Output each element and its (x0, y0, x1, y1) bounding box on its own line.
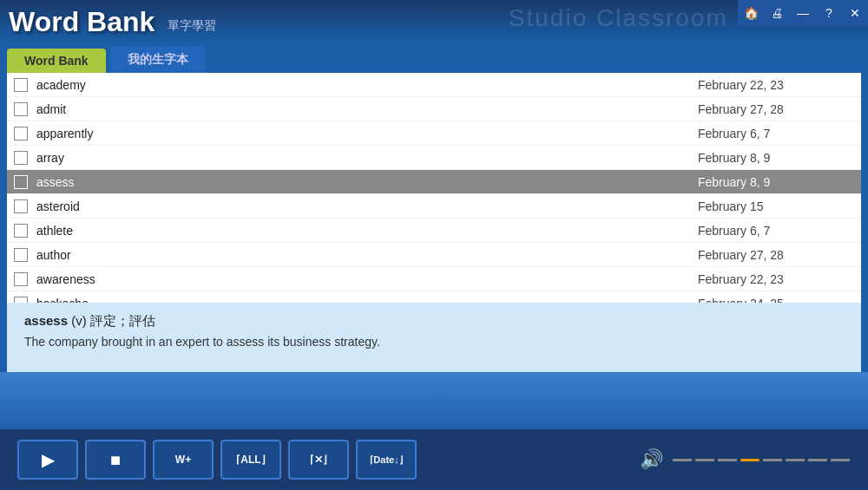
close-button[interactable]: ✕ (842, 0, 868, 26)
word-name: apparently (36, 127, 698, 140)
tab-bar: Word Bank 我的生字本 (0, 43, 868, 73)
definition-word: assess (24, 313, 68, 328)
word-name: awareness (36, 272, 698, 286)
definition-pos: (v) 評定；評估 (71, 313, 155, 328)
word-checkbox[interactable] (14, 102, 28, 116)
word-date: February 6, 7 (698, 224, 854, 238)
word-name: assess (36, 175, 698, 189)
play-button[interactable]: ▶ (17, 440, 78, 480)
word-checkbox[interactable] (14, 78, 28, 92)
word-row[interactable]: academyFebruary 22, 23 (7, 73, 861, 97)
word-row[interactable]: athleteFebruary 6, 7 (7, 219, 861, 243)
word-checkbox[interactable] (14, 127, 28, 140)
top-bar: Word Bank 單字學習 Studio Classroom Studio 🏠… (0, 0, 868, 43)
word-checkbox[interactable] (14, 248, 28, 262)
word-name: backache (36, 297, 698, 304)
word-list-container: academyFebruary 22, 23admitFebruary 27, … (7, 73, 861, 303)
shuffle-label: ⌈✕⌋ (310, 454, 327, 466)
word-date: February 27, 28 (698, 102, 854, 116)
shuffle-button[interactable]: ⌈✕⌋ (288, 440, 349, 480)
word-date: February 8, 9 (698, 151, 854, 165)
window-controls: 🏠 🖨 — ? ✕ (738, 0, 868, 26)
word-checkbox[interactable] (14, 297, 28, 304)
word-date: February 15 (698, 199, 854, 213)
print-button[interactable]: 🖨 (764, 0, 790, 26)
word-checkbox[interactable] (14, 199, 28, 213)
tab-word-bank[interactable]: Word Bank (7, 49, 106, 73)
app-title: Word Bank (9, 6, 155, 38)
word-date: February 8, 9 (698, 175, 854, 189)
add-word-label: W+ (175, 454, 191, 466)
middle-spacer (0, 372, 868, 429)
word-name: author (36, 248, 698, 262)
volume-icon: 🔊 (640, 448, 663, 471)
select-all-button[interactable]: ⌈ALL⌋ (220, 440, 281, 480)
app-subtitle: 單字學習 (168, 18, 216, 34)
definition-area: assess (v) 評定；評估 The company brought in … (7, 303, 861, 372)
word-name: admit (36, 102, 698, 116)
word-row[interactable]: authorFebruary 27, 28 (7, 243, 861, 267)
stop-icon: ■ (110, 450, 121, 470)
word-row[interactable]: backacheFebruary 24, 25 (7, 291, 861, 303)
tab-my-vocab[interactable]: 我的生字本 (110, 47, 206, 73)
word-name: array (36, 151, 698, 165)
help-button[interactable]: ? (816, 0, 842, 26)
add-word-button[interactable]: W+ (153, 440, 214, 480)
word-row[interactable]: awarenessFebruary 22, 23 (7, 267, 861, 291)
word-date: February 22, 23 (698, 78, 854, 92)
word-row[interactable]: asteroidFebruary 15 (7, 194, 861, 219)
definition-title: assess (v) 評定；評估 (24, 313, 844, 330)
word-row[interactable]: arrayFebruary 8, 9 (7, 146, 861, 170)
word-row[interactable]: assessFebruary 8, 9 (7, 170, 861, 194)
word-name: academy (36, 78, 698, 92)
word-row[interactable]: admitFebruary 27, 28 (7, 97, 861, 121)
word-date: February 6, 7 (698, 127, 854, 140)
stop-button[interactable]: ■ (85, 440, 146, 480)
word-checkbox[interactable] (14, 151, 28, 165)
word-date: February 27, 28 (698, 248, 854, 262)
word-checkbox[interactable] (14, 272, 28, 286)
word-checkbox[interactable] (14, 224, 28, 238)
playback-controls: ▶ ■ W+ ⌈ALL⌋ ⌈✕⌋ ⌈Date↓⌋ (17, 440, 417, 480)
home-button[interactable]: 🏠 (738, 0, 764, 26)
word-name: athlete (36, 224, 698, 238)
volume-bar (672, 459, 851, 461)
word-row[interactable]: apparentlyFebruary 6, 7 (7, 121, 861, 146)
word-checkbox[interactable] (14, 175, 28, 189)
play-icon: ▶ (42, 449, 55, 470)
word-name: asteroid (36, 199, 698, 213)
select-all-label: ⌈ALL⌋ (236, 454, 265, 466)
sort-date-button[interactable]: ⌈Date↓⌋ (356, 440, 417, 480)
word-list[interactable]: academyFebruary 22, 23admitFebruary 27, … (7, 73, 861, 303)
sort-date-label: ⌈Date↓⌋ (370, 454, 402, 466)
volume-control[interactable]: 🔊 (640, 448, 851, 471)
bottom-bar: ▶ ■ W+ ⌈ALL⌋ ⌈✕⌋ ⌈Date↓⌋ 🔊 (0, 429, 868, 490)
word-date: February 22, 23 (698, 272, 854, 286)
minimize-button[interactable]: — (790, 0, 816, 26)
definition-sentence: The company brought in an expert to asse… (24, 335, 844, 349)
word-date: February 24, 25 (698, 297, 854, 304)
